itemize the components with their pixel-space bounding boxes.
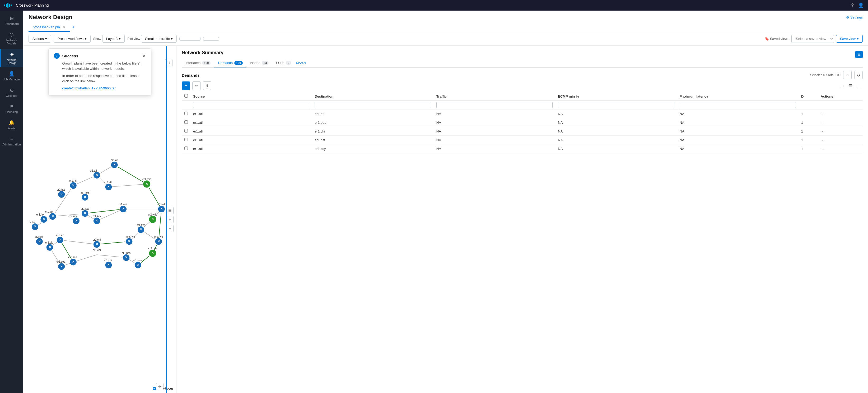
svg-text:✕: ✕: [122, 207, 124, 210]
sidebar-item-dashboard[interactable]: ⊞ Dashboard: [0, 13, 23, 28]
sidebar-item-collector[interactable]: ⊙ Collector: [0, 85, 23, 100]
tab-close-icon[interactable]: ✕: [63, 25, 66, 29]
row-more-button[interactable]: ···: [821, 120, 825, 124]
row-more-button[interactable]: ···: [821, 147, 825, 151]
demands-table: Source Destination Traffic ECMP min % Ma…: [182, 92, 863, 153]
svg-text:cr2.lax: cr2.lax: [28, 221, 35, 224]
saved-views-select[interactable]: Select a saved view: [792, 35, 834, 43]
list-icon-button[interactable]: ☰: [847, 82, 854, 89]
auto-focus-input[interactable]: [153, 387, 156, 390]
sidebar-item-job-manager[interactable]: 👤 Job Manager: [0, 68, 23, 84]
row-checkbox[interactable]: [184, 112, 188, 115]
delete-demand-button[interactable]: 🗑: [203, 81, 211, 90]
svg-rect-4: [10, 4, 11, 6]
extra-button-1[interactable]: [179, 37, 200, 41]
tab-demands[interactable]: Demands 109: [214, 59, 246, 67]
svg-line-19: [60, 240, 97, 244]
svg-text:er1.mia: er1.mia: [143, 178, 151, 180]
sidebar-item-network-design[interactable]: ◈ Network Design: [0, 49, 23, 67]
show-layer-group: Show Layer 3 ▾: [93, 35, 125, 43]
sidebar-label-collector: Collector: [6, 94, 17, 97]
edit-demand-button[interactable]: ✏: [192, 81, 201, 90]
svg-text:er1.chi: er1.chi: [104, 259, 112, 262]
preset-workflows-button[interactable]: Preset workflows ▾: [54, 35, 91, 43]
filter-ecmp-input[interactable]: [558, 102, 674, 108]
tab-label: processed-lab.pln: [33, 25, 60, 29]
filter-traffic-input[interactable]: [436, 102, 553, 108]
columns-icon-button[interactable]: ⊞: [855, 82, 863, 89]
row-checkbox[interactable]: [184, 138, 188, 141]
zoom-in-button[interactable]: +: [166, 216, 174, 223]
row-more-button[interactable]: ···: [821, 129, 825, 133]
save-view-button[interactable]: Save view ▾: [836, 35, 863, 43]
show-label: Show: [93, 37, 101, 41]
td-destination: er1.kcy: [312, 144, 433, 153]
tab-nodes[interactable]: Nodes 33: [246, 59, 272, 67]
add-tab-button[interactable]: +: [70, 23, 76, 32]
row-checkbox[interactable]: [184, 120, 188, 124]
sidebar-item-licensing[interactable]: ≡ Licensing: [0, 101, 23, 116]
sidebar-label-network-models: Network Models: [2, 38, 21, 45]
toast-link[interactable]: createGrowthPlan_1725859666.tar: [62, 86, 116, 90]
add-demand-button[interactable]: +: [182, 81, 190, 90]
svg-text:er1.hst: er1.hst: [69, 179, 78, 182]
svg-text:✕: ✕: [107, 263, 110, 266]
td-traffic: NA: [434, 127, 555, 136]
filter-source-input[interactable]: [193, 102, 309, 108]
app-name: Crosswork Planning: [16, 3, 49, 7]
help-icon[interactable]: ?: [851, 3, 854, 8]
tab-interfaces[interactable]: Interfaces 100: [182, 59, 214, 67]
more-label: More: [296, 61, 304, 65]
svg-rect-0: [4, 4, 5, 6]
actions-chevron-icon: ▾: [45, 37, 47, 41]
svg-text:✕: ✕: [140, 228, 142, 231]
sidebar-label-licensing: Licensing: [5, 110, 18, 113]
dashboard-icon: ⊞: [10, 15, 14, 21]
sidebar-item-alerts[interactable]: 🔔 Alerts: [0, 117, 23, 133]
pan-icon-button[interactable]: ✛: [156, 383, 163, 390]
filter-destination-input[interactable]: [315, 102, 431, 108]
preset-workflows-chevron-icon: ▾: [85, 37, 87, 41]
sidebar-item-administration[interactable]: ≡ Administration: [0, 134, 23, 149]
filter-icon-button[interactable]: ⊟: [838, 82, 846, 89]
td-source: er1.atl: [190, 144, 312, 153]
row-checkbox[interactable]: [184, 146, 188, 150]
row-more-button[interactable]: ···: [821, 112, 825, 116]
simulated-traffic-button[interactable]: Simulated traffic ▾: [141, 35, 177, 43]
actions-button[interactable]: Actions ▾: [29, 35, 51, 43]
sidebar-item-network-models[interactable]: ⬡ Network Models: [0, 29, 23, 48]
demands-toolbar-right: ⊟ ☰ ⊞: [838, 82, 863, 89]
extra-button-2[interactable]: [203, 37, 219, 41]
refresh-button[interactable]: ↻: [843, 71, 851, 79]
select-all-checkbox[interactable]: [184, 94, 188, 97]
row-checkbox[interactable]: [184, 129, 188, 133]
settings-link[interactable]: ⚙ Settings: [846, 15, 863, 19]
td-row-actions: ···: [818, 136, 863, 144]
demands-header: Demands Selected 0 / Total 109 ↻ ⚙: [177, 68, 868, 81]
td-destination: er1.bos: [312, 118, 433, 127]
row-more-button[interactable]: ···: [821, 138, 825, 142]
network-design-icon: ◈: [10, 51, 14, 57]
list-view-button[interactable]: ☰: [855, 51, 863, 58]
user-icon[interactable]: 👤: [858, 2, 864, 8]
td-d: 1: [799, 118, 818, 127]
tab-lsps[interactable]: LSPs 0: [272, 59, 295, 67]
settings-label: Settings: [850, 15, 863, 19]
network-map: Show Groups 🌐 ⊞ ‹ ›: [23, 46, 177, 393]
td-latency: NA: [677, 127, 799, 136]
interfaces-label: Interfaces: [185, 61, 200, 65]
layer-button[interactable]: Layer 3 ▾: [102, 35, 125, 43]
demands-label: Demands: [218, 61, 233, 65]
more-button[interactable]: More ▾: [296, 61, 306, 65]
toast-title: Success: [62, 54, 79, 58]
svg-text:✕: ✕: [96, 173, 98, 176]
td-checkbox: [182, 144, 190, 153]
filter-latency-input[interactable]: [680, 102, 796, 108]
tab-processed-lab[interactable]: processed-lab.pln ✕: [29, 23, 70, 32]
settings-demands-button[interactable]: ⚙: [854, 71, 863, 79]
toast-close-button[interactable]: ✕: [143, 53, 146, 58]
menu-icon-button[interactable]: ☰: [166, 207, 174, 214]
svg-text:✕: ✕: [49, 246, 51, 249]
td-ecmp: NA: [555, 127, 677, 136]
zoom-out-button[interactable]: −: [166, 225, 174, 232]
